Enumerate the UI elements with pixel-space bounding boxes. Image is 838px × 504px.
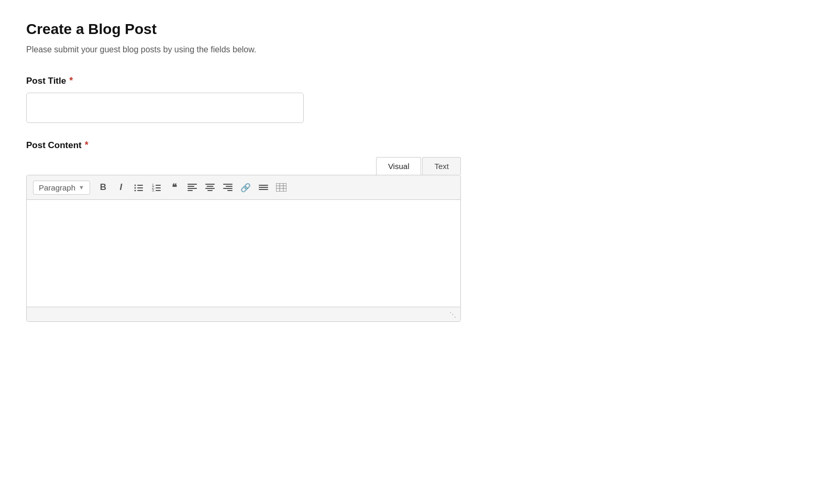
svg-rect-15 — [188, 190, 193, 191]
svg-rect-17 — [206, 186, 213, 187]
align-right-button[interactable] — [220, 180, 236, 195]
horizontal-rule-button[interactable] — [256, 180, 271, 195]
resize-handle-icon: ⋱ — [449, 310, 456, 318]
paragraph-format-dropdown[interactable]: Paragraph ▼ — [33, 181, 90, 195]
svg-rect-26 — [259, 189, 268, 190]
post-content-label-text: Post Content — [26, 140, 82, 151]
svg-point-2 — [134, 187, 136, 189]
svg-rect-19 — [207, 190, 213, 191]
svg-rect-18 — [205, 188, 215, 189]
svg-text:3.: 3. — [152, 188, 155, 192]
svg-rect-13 — [188, 186, 194, 187]
tab-visual[interactable]: Visual — [376, 157, 422, 175]
page-description: Please submit your guest blog posts by u… — [26, 45, 812, 54]
post-title-field-group: Post Title * — [26, 75, 812, 123]
table-button[interactable] — [273, 180, 289, 195]
editor-body[interactable] — [27, 200, 460, 305]
align-left-button[interactable] — [184, 180, 200, 195]
ordered-list-button[interactable]: 1. 2. 3. — [149, 180, 164, 195]
tab-text[interactable]: Text — [422, 157, 461, 175]
svg-point-4 — [134, 190, 136, 192]
align-center-button[interactable] — [202, 180, 218, 195]
post-title-input[interactable] — [26, 93, 304, 123]
svg-rect-7 — [156, 185, 161, 186]
svg-rect-5 — [137, 190, 143, 191]
svg-rect-9 — [156, 187, 161, 188]
editor-status-bar: ⋱ — [27, 307, 460, 321]
svg-rect-23 — [227, 190, 233, 191]
post-content-field-group: Post Content * Visual Text Paragraph ▼ B… — [26, 140, 812, 322]
svg-rect-20 — [223, 184, 233, 185]
svg-rect-22 — [223, 188, 233, 189]
svg-rect-1 — [137, 185, 143, 186]
svg-point-0 — [134, 185, 136, 186]
svg-rect-25 — [259, 187, 268, 188]
chevron-down-icon: ▼ — [79, 184, 84, 191]
post-title-required-star: * — [69, 75, 73, 86]
svg-rect-27 — [276, 183, 286, 192]
svg-rect-16 — [205, 184, 215, 185]
svg-rect-12 — [188, 184, 197, 185]
page-title: Create a Blog Post — [26, 21, 812, 38]
post-title-label: Post Title * — [26, 75, 812, 86]
bold-button[interactable]: B — [95, 180, 111, 195]
svg-rect-14 — [188, 188, 197, 189]
paragraph-format-label: Paragraph — [39, 183, 75, 192]
editor-toolbar: Paragraph ▼ B I 1 — [27, 175, 460, 200]
editor-container: Paragraph ▼ B I 1 — [26, 175, 461, 322]
editor-tabs: Visual Text — [26, 157, 461, 175]
post-title-label-text: Post Title — [26, 76, 66, 86]
post-content-label: Post Content * — [26, 140, 812, 151]
svg-rect-21 — [226, 186, 233, 187]
svg-rect-24 — [259, 185, 268, 186]
svg-rect-11 — [156, 190, 161, 191]
unordered-list-button[interactable] — [131, 180, 147, 195]
post-content-required-star: * — [85, 140, 89, 151]
blockquote-button[interactable]: ❝ — [167, 180, 182, 195]
italic-button[interactable]: I — [113, 180, 129, 195]
svg-rect-3 — [137, 187, 143, 188]
link-button[interactable]: 🔗 — [238, 180, 253, 195]
